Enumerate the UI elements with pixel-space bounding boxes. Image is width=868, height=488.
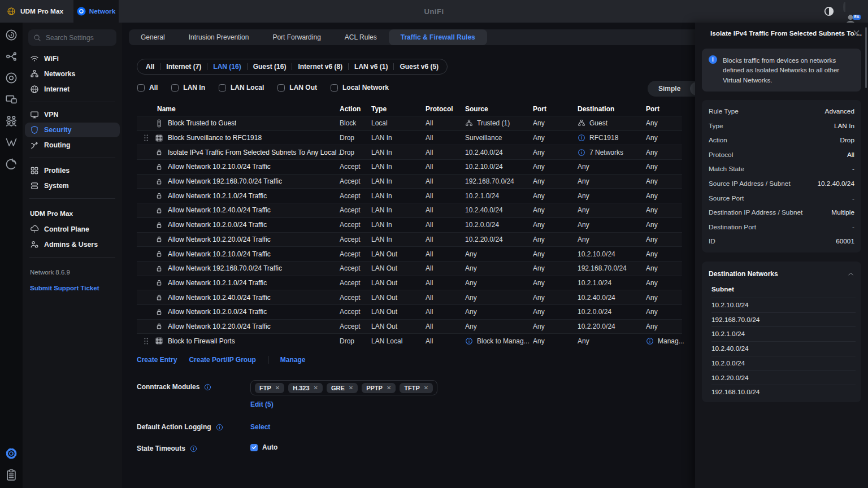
panel-scrollbar[interactable] bbox=[865, 27, 867, 88]
table-row[interactable]: Allow Network 10.2.10.0/24 Traffic Accep… bbox=[137, 246, 682, 261]
table-row[interactable]: Allow Network 192.168.70.0/24 Traffic Ac… bbox=[137, 174, 682, 189]
sidebar-item-internet[interactable]: Internet bbox=[25, 82, 120, 97]
sidebar-item-networks[interactable]: Networks bbox=[25, 67, 120, 81]
table-row[interactable]: Allow Network 10.2.40.0/24 Traffic Accep… bbox=[137, 203, 682, 217]
checkbox-icon[interactable] bbox=[171, 84, 179, 91]
checkbox-icon[interactable] bbox=[219, 84, 226, 91]
tab-traffic-firewall-rules[interactable]: Traffic & Firewall Rules bbox=[389, 29, 487, 45]
chevron-up-icon[interactable] bbox=[847, 271, 854, 278]
info-icon[interactable] bbox=[216, 424, 223, 431]
users-icon[interactable] bbox=[5, 115, 18, 127]
filter-guest-v6-5-[interactable]: Guest v6 (5) bbox=[394, 63, 444, 71]
theme-toggle-icon[interactable] bbox=[824, 6, 834, 16]
clients-icon[interactable] bbox=[5, 93, 18, 106]
sidebar-item-vpn[interactable]: VPN bbox=[25, 107, 120, 122]
table-row[interactable]: Allow Network 10.2.0.0/24 Traffic Accept… bbox=[137, 217, 682, 232]
table-row[interactable]: Allow Network 10.2.20.0/24 Traffic Accep… bbox=[137, 232, 682, 247]
column-header-source[interactable]: Source bbox=[465, 105, 533, 113]
remove-chip-icon[interactable]: ✕ bbox=[387, 385, 391, 391]
column-header-protocol[interactable]: Protocol bbox=[426, 105, 465, 113]
sidebar-item-routing[interactable]: Routing bbox=[25, 138, 120, 152]
logging-select-link[interactable]: Select bbox=[250, 420, 270, 431]
insights-icon[interactable] bbox=[5, 136, 18, 149]
conntrack-chip[interactable]: GRE✕ bbox=[327, 383, 358, 393]
checkbox-lan-out[interactable]: LAN Out bbox=[277, 84, 317, 91]
conntrack-chip[interactable]: FTP✕ bbox=[255, 383, 284, 393]
remove-chip-icon[interactable]: ✕ bbox=[349, 385, 353, 391]
table-row[interactable]: Allow Network 10.2.10.0/24 Traffic Accep… bbox=[137, 159, 682, 174]
edit-conntrack-link[interactable]: Edit (5) bbox=[250, 400, 437, 408]
dashboard-radar-icon[interactable] bbox=[5, 29, 18, 41]
search-input[interactable] bbox=[46, 34, 111, 42]
submit-support-ticket-link[interactable]: Submit Support Ticket bbox=[23, 276, 122, 291]
column-header-destination-2[interactable]: Destination bbox=[578, 105, 646, 113]
conntrack-chip[interactable]: TFTP✕ bbox=[400, 383, 433, 393]
remove-chip-icon[interactable]: ✕ bbox=[424, 385, 428, 391]
drag-handle[interactable] bbox=[142, 337, 150, 346]
console-switcher[interactable]: UDM Pro Max bbox=[0, 7, 79, 16]
sidebar-item-system[interactable]: System bbox=[25, 178, 120, 193]
settings-gear-icon[interactable] bbox=[5, 447, 18, 460]
link-create-entry[interactable]: Create Entry bbox=[137, 356, 177, 364]
destination-networks-header[interactable]: Destination Networks bbox=[702, 265, 861, 283]
auto-timeouts-checkbox[interactable]: Auto bbox=[250, 442, 277, 451]
info-icon[interactable] bbox=[204, 384, 211, 391]
devices-icon[interactable] bbox=[5, 72, 18, 84]
tab-general[interactable]: General bbox=[129, 29, 177, 45]
table-row[interactable]: Block Trusted to Guest Block Local All T… bbox=[137, 116, 682, 130]
table-row[interactable]: Isolate IPv4 Traffic From Selected Subne… bbox=[137, 145, 682, 159]
column-header-port[interactable]: Port bbox=[533, 105, 578, 113]
checkbox-local-network[interactable]: Local Network bbox=[331, 84, 389, 91]
column-header-type[interactable]: Type bbox=[371, 105, 426, 113]
checkbox-all[interactable]: All bbox=[137, 84, 158, 91]
sidebar-item-admins-users[interactable]: Admins & Users bbox=[25, 237, 120, 252]
settings-search[interactable] bbox=[28, 29, 116, 46]
view-toggle-simple[interactable]: Simple bbox=[649, 82, 690, 95]
sidebar-item-wifi[interactable]: WiFi bbox=[25, 51, 120, 66]
user-avatar[interactable]: EA bbox=[843, 4, 858, 19]
table-row[interactable]: Allow Network 10.2.1.0/24 Traffic Accept… bbox=[137, 188, 682, 203]
topbar: UDM Pro Max Network UniFi EA bbox=[0, 0, 868, 23]
info-icon[interactable] bbox=[190, 445, 197, 452]
link-manage[interactable]: Manage bbox=[280, 356, 306, 364]
network-app-tab[interactable]: Network bbox=[73, 0, 119, 23]
checkbox-icon[interactable] bbox=[137, 84, 145, 91]
topology-icon[interactable] bbox=[5, 50, 18, 63]
table-row[interactable]: Block Surveillance to RFC1918 Drop LAN I… bbox=[137, 130, 682, 145]
tab-acl-rules[interactable]: ACL Rules bbox=[333, 29, 389, 45]
filter-internet-v6-8-[interactable]: Internet v6 (8) bbox=[292, 63, 348, 71]
table-row[interactable]: Allow Network 10.2.20.0/24 Traffic Accep… bbox=[137, 319, 682, 334]
sidebar-item-control-plane[interactable]: Control Plane bbox=[25, 222, 120, 237]
table-row[interactable]: Allow Network 10.2.40.0/24 Traffic Accep… bbox=[137, 290, 682, 304]
hotspot-icon[interactable] bbox=[5, 158, 18, 170]
checkbox-lan-in[interactable]: LAN In bbox=[171, 84, 205, 91]
filter-guest-16-[interactable]: Guest (16) bbox=[248, 63, 292, 71]
drag-handle[interactable] bbox=[142, 133, 150, 142]
column-header-port-2[interactable]: Port bbox=[646, 105, 682, 113]
remove-chip-icon[interactable]: ✕ bbox=[314, 385, 318, 391]
checkbox-icon[interactable] bbox=[277, 84, 285, 91]
tab-intrusion-prevention[interactable]: Intrusion Prevention bbox=[177, 29, 261, 45]
conntrack-chip[interactable]: H.323✕ bbox=[288, 383, 323, 393]
column-header-action[interactable]: Action bbox=[340, 105, 371, 113]
checkbox-checked-icon[interactable] bbox=[250, 444, 258, 451]
filter-internet-7-[interactable]: Internet (7) bbox=[160, 63, 207, 71]
sidebar-item-security[interactable]: Security bbox=[25, 123, 120, 137]
sidebar-item-profiles[interactable]: Profiles bbox=[25, 163, 120, 178]
checkbox-lan-local[interactable]: LAN Local bbox=[219, 84, 264, 91]
filter-all[interactable]: All bbox=[140, 63, 160, 71]
filter-lan-v6-1-[interactable]: LAN v6 (1) bbox=[349, 63, 393, 71]
table-row[interactable]: Allow Network 10.2.1.0/24 Traffic Accept… bbox=[137, 276, 682, 290]
remove-chip-icon[interactable]: ✕ bbox=[275, 385, 280, 391]
conntrack-chip[interactable]: PPTP✕ bbox=[362, 383, 396, 393]
column-header-name[interactable]: Name bbox=[137, 105, 340, 113]
checkbox-icon[interactable] bbox=[331, 84, 338, 91]
table-row[interactable]: Block to Firewall Ports Drop LAN Local A… bbox=[137, 333, 682, 348]
table-row[interactable]: Allow Network 192.168.70.0/24 Traffic Ac… bbox=[137, 261, 682, 276]
close-icon[interactable] bbox=[852, 29, 861, 37]
tab-port-forwarding[interactable]: Port Forwarding bbox=[261, 29, 332, 45]
table-row[interactable]: Allow Network 10.2.0.0/24 Traffic Accept… bbox=[137, 304, 682, 319]
link-create-port-ip-group[interactable]: Create Port/IP Group bbox=[189, 356, 255, 364]
system-log-icon[interactable] bbox=[5, 469, 18, 481]
filter-lan-16-[interactable]: LAN (16) bbox=[207, 63, 246, 71]
